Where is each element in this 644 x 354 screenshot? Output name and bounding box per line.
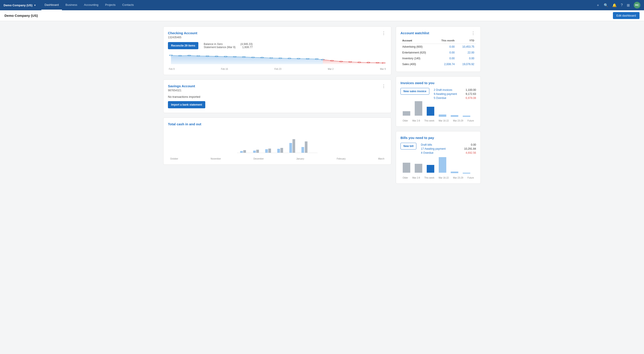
bills-stats: Draft bills 0.00 17 Awaiting payment 10,… (421, 143, 476, 155)
invoices-bar-chart-svg (400, 100, 476, 118)
bell-icon[interactable]: 🔔 (612, 3, 617, 8)
bill-label-4: Mar 23-29 (453, 177, 463, 179)
nav-icon-group: ＋ 🔍 🔔 ? ⊞ HC (596, 2, 640, 9)
cash-label-5: March (378, 158, 384, 160)
bills-awaiting-link[interactable]: 17 Awaiting payment (421, 147, 446, 150)
nav-link-accounting[interactable]: Accounting (81, 0, 102, 10)
checking-account-title: Checking Account (168, 31, 197, 35)
svg-rect-31 (277, 149, 280, 153)
nav-links: Dashboard Business Accounting Projects C… (41, 0, 596, 10)
watchlist-row: Inventory (140) 0.00 0.00 (400, 56, 476, 61)
watchlist-row: Advertising (600) 0.00 10,453.75 (400, 44, 476, 50)
svg-rect-34 (292, 139, 295, 153)
watchlist-ytd-val: 19,076.92 (456, 61, 476, 67)
overdue-value: 6,978.08 (466, 97, 476, 100)
main-content: Checking Account 132435465 ⋮ Reconcile 2… (159, 21, 485, 189)
import-bank-statement-button[interactable]: Import a bank statement (168, 101, 205, 108)
new-sales-invoice-button[interactable]: New sales invoice (400, 88, 429, 95)
savings-number: 987654321 (168, 89, 195, 92)
savings-more-button[interactable]: ⋮ (381, 84, 386, 88)
avatar[interactable]: HC (634, 2, 640, 9)
watchlist-ytd-val: 0.00 (456, 56, 476, 61)
savings-account-card: Savings Account 987654321 ⋮ No transacti… (163, 80, 391, 113)
total-cash-chart: October November December January Februa… (168, 129, 386, 160)
draft-bills-link[interactable]: Draft bills (421, 143, 432, 146)
reconcile-button[interactable]: Reconcile 29 items (168, 42, 198, 49)
search-icon[interactable]: 🔍 (604, 3, 608, 8)
invoices-actions: New sales invoice 2 Draft invoices 1,100… (400, 88, 476, 100)
svg-rect-44 (403, 163, 410, 173)
draft-invoices-link[interactable]: 2 Draft invoices (434, 88, 452, 92)
watchlist-month-val: 0.00 (435, 50, 456, 56)
bills-awaiting-value: 10,291.84 (464, 147, 476, 150)
checking-more-button[interactable]: ⋮ (381, 31, 386, 35)
cash-label-3: January (296, 158, 304, 160)
cash-chart-labels: October November December January Februa… (168, 158, 386, 160)
svg-rect-32 (280, 148, 283, 153)
svg-rect-40 (427, 107, 434, 116)
invoices-chart: Older Mar 2-8 This week Mar 16-22 Mar 23… (400, 100, 476, 122)
company-name: Demo Company (US) (4, 4, 32, 7)
svg-rect-33 (289, 143, 292, 153)
chart-label-0: Feb 9 (169, 68, 175, 70)
svg-rect-35 (302, 147, 304, 153)
grid-icon[interactable]: ⊞ (627, 3, 630, 8)
watchlist-row: Entertainment (620) 0.00 22.00 (400, 50, 476, 56)
watchlist-more-button[interactable]: ⋮ (470, 31, 476, 35)
topbar: Demo Company (US) Edit dashboard (0, 10, 644, 21)
watchlist-col-month: This month (435, 38, 456, 44)
total-cash-title: Total cash in and out (168, 122, 201, 126)
invoices-owed-card: Invoices owed to you New sales invoice 2… (396, 76, 481, 127)
svg-rect-39 (415, 101, 422, 116)
savings-header: Savings Account 987654321 ⋮ (168, 84, 386, 92)
nav-link-contacts[interactable]: Contacts (119, 0, 137, 10)
svg-rect-45 (415, 164, 422, 173)
checking-account-card: Checking Account 132435465 ⋮ Reconcile 2… (163, 27, 391, 75)
company-switcher[interactable]: Demo Company (US) ▼ (4, 4, 36, 7)
nav-link-projects[interactable]: Projects (102, 0, 119, 10)
cash-label-2: December (253, 158, 264, 160)
watchlist-account: Entertainment (620) (400, 50, 435, 56)
nav-link-dashboard[interactable]: Dashboard (41, 0, 62, 10)
svg-rect-38 (403, 111, 410, 116)
bills-title: Bills you need to pay (400, 136, 434, 140)
svg-rect-49 (463, 173, 470, 174)
statement-label: Statement balance (Mar 9) (204, 46, 236, 49)
chart-label-2: Feb 23 (274, 68, 281, 70)
inv-label-0: Older (403, 120, 408, 122)
watchlist-header: Account watchlist ⋮ (400, 31, 476, 35)
bills-bar-labels: Older Mar 2-8 This week Mar 16-22 Mar 23… (400, 177, 476, 179)
nav-bar: Demo Company (US) ▼ Dashboard Business A… (0, 0, 644, 10)
svg-rect-27 (253, 151, 256, 153)
svg-rect-47 (439, 157, 446, 173)
bill-label-1: Mar 2-8 (412, 177, 420, 179)
overdue-link[interactable]: 5 Overdue (434, 97, 446, 100)
watchlist-month-val: 2,008.74 (435, 61, 456, 67)
awaiting-payment-link[interactable]: 9 Awaiting payment (434, 92, 457, 96)
cash-label-4: February (337, 158, 346, 160)
bills-overdue-value: 4,692.56 (466, 151, 476, 154)
help-icon[interactable]: ? (621, 3, 623, 7)
total-cash-card: Total cash in and out (163, 118, 391, 165)
inv-label-5: Future (468, 120, 474, 122)
watchlist-month-val: 0.00 (435, 56, 456, 61)
awaiting-payment-value: 9,172.63 (466, 92, 476, 96)
chart-label-3: Mar 2 (328, 68, 334, 70)
plus-icon[interactable]: ＋ (596, 3, 600, 8)
svg-rect-36 (305, 141, 308, 153)
invoices-title: Invoices owed to you (400, 81, 434, 85)
edit-dashboard-button[interactable]: Edit dashboard (613, 12, 640, 19)
svg-rect-43 (463, 116, 470, 117)
checking-balance-row: Reconcile 29 items Balance in Xero (4,94… (168, 42, 386, 49)
bills-overdue-link[interactable]: 4 Overdue (421, 151, 433, 154)
nav-link-business[interactable]: Business (62, 0, 80, 10)
savings-title: Savings Account (168, 84, 195, 88)
svg-rect-28 (256, 150, 259, 153)
company-dropdown-icon: ▼ (34, 4, 36, 7)
chart-label-1: Feb 16 (221, 68, 228, 70)
svg-rect-30 (268, 149, 271, 153)
no-transactions-text: No transactions imported (168, 95, 386, 99)
cash-chart-svg (168, 129, 386, 156)
watchlist-row: Sales (400) 2,008.74 19,076.92 (400, 61, 476, 67)
new-bill-button[interactable]: New bill (400, 143, 416, 149)
